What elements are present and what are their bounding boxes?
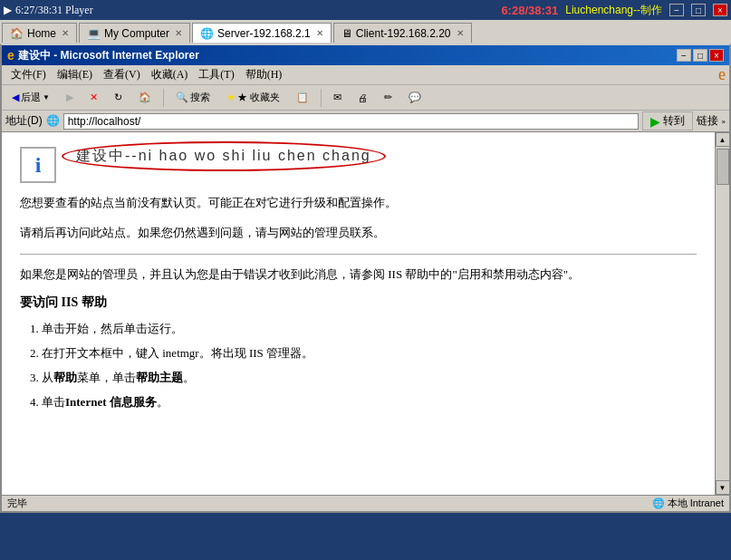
ie-logo: e xyxy=(7,48,14,63)
print-button[interactable]: 🖨 xyxy=(351,90,374,106)
tab-client[interactable]: 🖥 Client-192.168.2.20 ✕ xyxy=(333,23,472,43)
mail-icon: ✉ xyxy=(333,92,341,103)
edit-icon: ✏ xyxy=(384,92,392,103)
status-text: 完毕 xyxy=(7,497,27,510)
favorites-toolbar-button[interactable]: ★ ★ 收藏夹 xyxy=(220,88,286,107)
player-title: ▶ 6:27/38:31 Player xyxy=(4,4,93,17)
tab-home-close[interactable]: ✕ xyxy=(62,28,69,38)
search-toolbar-label: 搜索 xyxy=(190,91,210,104)
links-label: 链接 xyxy=(697,114,718,127)
content-para1: 您想要查看的站点当前没有默认页。可能正在对它进行升级和配置操作。 xyxy=(20,194,697,213)
step3-text: 从帮助菜单，单击帮助主题。 xyxy=(42,371,195,384)
ie-logo-right: e xyxy=(718,65,726,84)
tab-home[interactable]: 🏠 Home ✕ xyxy=(2,23,77,43)
list-item: 单击开始，然后单击运行。 xyxy=(42,320,697,339)
toolbar: ◀ 后退 ▼ ▶ ✕ ↻ 🏠 🔍 搜索 ★ ★ 收藏夹 📋 ✉ xyxy=(2,85,729,111)
oval-border-decoration xyxy=(62,141,386,171)
ie-titlebar: e 建设中 - Microsoft Internet Explorer − □ … xyxy=(2,45,729,65)
player-min-btn[interactable]: − xyxy=(669,4,684,16)
go-button[interactable]: ▶ 转到 xyxy=(642,111,693,130)
home-icon: 🏠 xyxy=(139,92,151,103)
menu-view[interactable]: 查看(V) xyxy=(98,65,146,84)
player-titlebar: ▶ 6:27/38:31 Player 6:28/38:31 Liuchench… xyxy=(0,0,731,20)
player-controls: 6:28/38:31 Liuchenchang--制作 − □ × xyxy=(501,3,727,18)
menu-bar: 文件(F) 编辑(E) 查看(V) 收藏(A) 工具(T) 帮助(H) e xyxy=(2,65,729,85)
search-icon: 🔍 xyxy=(176,92,188,103)
info-header: i 建设中--ni hao wo shi liu chen chang xyxy=(20,143,697,183)
scroll-thumb[interactable] xyxy=(717,149,729,185)
mail-button[interactable]: ✉ xyxy=(327,89,348,106)
tab-mycomputer-icon: 💻 xyxy=(87,27,101,40)
player-max-btn[interactable]: □ xyxy=(691,4,706,16)
ie-min-btn[interactable]: − xyxy=(677,49,691,62)
zone-icon: 🌐 本地 Intranet xyxy=(652,497,724,510)
tab-mycomputer-close[interactable]: ✕ xyxy=(175,28,182,38)
stop-icon: ✕ xyxy=(90,92,98,103)
step2-text: 在打开文本框中，键入 inetmgr。将出现 IIS 管理器。 xyxy=(42,346,313,360)
tab-bar: 🏠 Home ✕ 💻 My Computer ✕ 🌐 Server-192.16… xyxy=(0,20,731,43)
step1-text: 单击开始，然后单击运行。 xyxy=(42,322,183,335)
go-label: 转到 xyxy=(663,113,685,129)
links-button[interactable]: 链接 » xyxy=(697,113,726,129)
iis-steps-list: 单击开始，然后单击运行。 在打开文本框中，键入 inetmgr。将出现 IIS … xyxy=(42,320,697,411)
tab-server[interactable]: 🌐 Server-192.168.2.1 ✕ xyxy=(192,23,332,43)
favorites-toolbar-label: ★ 收藏夹 xyxy=(237,91,280,104)
address-bar: 地址(D) 🌐 ▶ 转到 链接 » xyxy=(2,111,729,132)
print-icon: 🖨 xyxy=(358,92,368,103)
menu-help[interactable]: 帮助(H) xyxy=(240,65,288,84)
tab-mycomputer[interactable]: 💻 My Computer ✕ xyxy=(79,23,190,43)
browser-content-wrap: i 建设中--ni hao wo shi liu chen chang 您想要查… xyxy=(2,132,729,495)
menu-edit[interactable]: 编辑(E) xyxy=(52,65,98,84)
list-item: 从帮助菜单，单击帮助主题。 xyxy=(42,369,697,388)
player-title-text: 6:27/38:31 Player xyxy=(15,4,93,17)
tab-client-icon: 🖥 xyxy=(341,27,352,40)
go-arrow-icon: ▶ xyxy=(650,114,660,129)
player-icon: ▶ xyxy=(4,4,12,17)
menu-tools[interactable]: 工具(T) xyxy=(193,65,239,84)
tab-client-close[interactable]: ✕ xyxy=(457,28,464,38)
refresh-button[interactable]: ↻ xyxy=(108,89,129,106)
toolbar-sep-1 xyxy=(163,89,164,107)
address-label: 地址(D) xyxy=(5,113,43,129)
ie-win-controls: − □ × xyxy=(677,49,724,62)
stop-button[interactable]: ✕ xyxy=(83,89,104,106)
player-close-btn[interactable]: × xyxy=(713,4,727,16)
content-body: 您想要查看的站点当前没有默认页。可能正在对它进行升级和配置操作。 请稍后再访问此… xyxy=(20,194,697,412)
back-arrow-icon: ◀ xyxy=(12,92,19,103)
info-icon: i xyxy=(20,147,56,183)
tab-server-close[interactable]: ✕ xyxy=(316,28,323,38)
ie-title-text: 建设中 - Microsoft Internet Explorer xyxy=(18,48,199,63)
discuss-button[interactable]: 💬 xyxy=(402,89,428,106)
ie-max-btn[interactable]: □ xyxy=(693,49,707,62)
menu-file[interactable]: 文件(F) xyxy=(5,65,52,84)
home-button[interactable]: 🏠 xyxy=(132,89,158,106)
content-para3: 如果您是网站的管理员，并且认为您是由于错误才收到此消息，请参阅 IIS 帮助中的… xyxy=(20,266,697,285)
scroll-up-arrow[interactable]: ▲ xyxy=(716,132,730,147)
links-chevron-icon: » xyxy=(722,118,726,126)
menu-favorites[interactable]: 收藏(A) xyxy=(146,65,194,84)
address-ie-icon: 🌐 xyxy=(46,114,60,128)
edit-page-button[interactable]: ✏ xyxy=(378,89,399,106)
history-button[interactable]: 📋 xyxy=(290,89,315,106)
author-text: Liuchenchang--制作 xyxy=(565,3,662,18)
tab-server-label: Server-192.168.2.1 xyxy=(217,27,311,40)
search-toolbar-button[interactable]: 🔍 搜索 xyxy=(169,88,216,107)
tab-home-icon: 🏠 xyxy=(10,27,24,40)
back-button[interactable]: ◀ 后退 ▼ xyxy=(5,88,56,107)
ie-close-btn[interactable]: × xyxy=(709,49,724,62)
discuss-icon: 💬 xyxy=(409,92,421,103)
fwd-button[interactable]: ▶ xyxy=(60,89,80,106)
step4-text: 单击Internet 信息服务。 xyxy=(42,395,168,409)
address-input[interactable] xyxy=(63,113,640,130)
toolbar-sep-2 xyxy=(321,89,322,107)
clock-display: 6:28/38:31 xyxy=(501,4,558,17)
tab-home-label: Home xyxy=(27,27,56,40)
title-wrapper: 建设中--ni hao wo shi liu chen chang xyxy=(65,143,382,169)
scroll-down-arrow[interactable]: ▼ xyxy=(716,480,730,495)
ie-title-left: e 建设中 - Microsoft Internet Explorer xyxy=(7,48,199,63)
tab-client-label: Client-192.168.2.20 xyxy=(356,27,451,40)
scrollbar[interactable]: ▲ ▼ xyxy=(715,132,729,495)
content-para2: 请稍后再访问此站点。如果您仍然遇到问题，请与网站的管理员联系。 xyxy=(20,224,697,243)
list-item: 在打开文本框中，键入 inetmgr。将出现 IIS 管理器。 xyxy=(42,344,697,363)
tab-server-icon: 🌐 xyxy=(200,27,214,40)
